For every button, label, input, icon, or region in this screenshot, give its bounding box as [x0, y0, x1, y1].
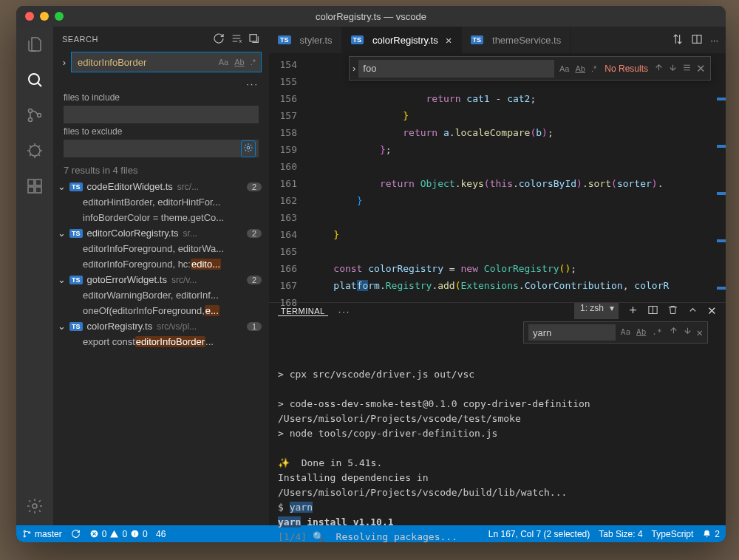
terminal-content[interactable]: Aa Ab .* ✕ > cpx src/vscode/driver.js ou…	[269, 320, 726, 542]
search-result-match[interactable]: editorInfoForeground, hc: edito...	[53, 256, 269, 272]
close-tab-icon[interactable]: ×	[446, 34, 452, 47]
match-case-icon[interactable]: Aa	[217, 56, 231, 68]
svg-rect-6	[28, 187, 34, 193]
svg-point-11	[247, 146, 250, 149]
terminal-find-widget: Aa Ab .* ✕	[523, 321, 708, 344]
use-exclude-settings-icon[interactable]	[241, 140, 256, 157]
svg-point-9	[33, 504, 37, 508]
find-status: No Results	[605, 64, 648, 74]
whole-word-icon[interactable]: Ab	[573, 63, 588, 75]
match-case-icon[interactable]: Aa	[557, 63, 571, 75]
editor-tab[interactable]: TSstyler.ts	[269, 27, 342, 53]
svg-point-15	[24, 536, 25, 537]
split-terminal-icon[interactable]	[647, 304, 658, 318]
explorer-icon[interactable]	[24, 34, 45, 55]
match-case-icon[interactable]: Aa	[619, 324, 633, 341]
prev-match-icon[interactable]	[654, 63, 664, 75]
line-gutter: 1541551561571581591601611621631641651661…	[269, 53, 310, 302]
clear-search-icon[interactable]	[231, 33, 242, 46]
minimap[interactable]	[717, 53, 726, 302]
find-in-selection-icon[interactable]	[682, 63, 692, 75]
svg-rect-8	[35, 180, 41, 185]
search-result-file[interactable]: ⌄TSeditorColorRegistry.tssr...2	[53, 225, 269, 241]
titlebar: colorRegistry.ts — vscode	[16, 6, 726, 27]
search-sidebar: SEARCH › Aa Ab .* ···	[53, 27, 269, 525]
regex-icon[interactable]: .*	[589, 63, 599, 75]
regex-icon[interactable]: .*	[248, 56, 258, 68]
svg-point-14	[24, 530, 25, 532]
editor-find-widget: › Aa Ab .* No Results ✕	[349, 56, 711, 81]
close-find-icon[interactable]: ✕	[696, 62, 706, 75]
editor-tabs: TSstyler.tsTScolorRegistry.ts×TSthemeSer…	[269, 27, 726, 53]
editor-tab[interactable]: TSthemeService.ts	[462, 27, 571, 53]
svg-rect-10	[250, 35, 256, 41]
find-input[interactable]	[358, 60, 554, 78]
vscode-window: colorRegistry.ts — vscode SEARCH	[16, 6, 726, 542]
collapse-results-icon[interactable]	[248, 33, 260, 46]
new-terminal-icon[interactable]	[627, 304, 638, 318]
close-panel-icon[interactable]: ✕	[707, 304, 717, 318]
search-result-file[interactable]: ⌄TScolorRegistry.tssrc/vs/pl...1	[53, 318, 269, 334]
toggle-replace-icon[interactable]: ›	[353, 63, 355, 74]
more-actions-icon[interactable]: ···	[710, 35, 718, 46]
search-results-tree: ⌄TScodeEditorWidget.tssrc/...2editorHint…	[53, 179, 269, 525]
code-content[interactable]: return cat1 - cat2; } return a.localeCom…	[310, 53, 726, 302]
sidebar-heading: SEARCH	[62, 35, 213, 44]
files-include-label: files to include	[64, 92, 259, 103]
settings-gear-icon[interactable]	[24, 496, 45, 516]
close-find-icon[interactable]: ✕	[697, 325, 703, 340]
svg-rect-5	[28, 180, 34, 185]
search-result-match[interactable]: editorInfoForeground, editorWa...	[53, 241, 269, 256]
editor-tab[interactable]: TScolorRegistry.ts×	[342, 27, 462, 53]
sync-item[interactable]	[71, 529, 81, 539]
regex-icon[interactable]: .*	[650, 324, 664, 341]
search-result-match[interactable]: editorWarningBorder, editorInf...	[53, 287, 269, 303]
search-icon[interactable]	[24, 69, 45, 90]
results-summary: 7 results in 4 files	[53, 157, 269, 179]
split-editor-icon[interactable]	[691, 33, 703, 47]
svg-point-1	[29, 109, 33, 113]
problems-item[interactable]: 0 0 i0 46	[89, 529, 166, 539]
whole-word-icon[interactable]: Ab	[634, 324, 648, 341]
search-result-match[interactable]: editorHintBorder, editorHintFor...	[53, 194, 269, 210]
kill-terminal-icon[interactable]	[667, 304, 678, 318]
next-match-icon[interactable]	[668, 63, 678, 75]
git-branch-item[interactable]: master	[22, 529, 62, 539]
search-result-match[interactable]: oneOf(editorInfoForeground, e...	[53, 303, 269, 318]
search-result-file[interactable]: ⌄TSgotoErrorWidget.tssrc/v...2	[53, 272, 269, 287]
editor-body[interactable]: 1541551561571581591601611621631641651661…	[269, 53, 726, 302]
debug-icon[interactable]	[24, 140, 45, 161]
terminal-panel: TERMINAL ··· 1: zsh▾ ✕ Aa	[269, 302, 726, 525]
search-result-match[interactable]: export const editorInfoBorder ...	[53, 334, 269, 349]
extensions-icon[interactable]	[24, 176, 45, 197]
svg-rect-7	[35, 187, 41, 193]
svg-point-4	[30, 146, 40, 156]
terminal-select[interactable]: 1: zsh▾	[574, 303, 619, 319]
source-control-icon[interactable]	[24, 105, 45, 126]
panel-more-icon[interactable]: ···	[338, 306, 351, 317]
files-exclude-label: files to exclude	[64, 126, 259, 137]
search-result-file[interactable]: ⌄TScodeEditorWidget.tssrc/...2	[53, 179, 269, 194]
files-exclude-input[interactable]	[64, 140, 259, 157]
terminal-find-input[interactable]	[528, 324, 616, 341]
search-input-box: Aa Ab .*	[71, 52, 262, 72]
svg-point-0	[29, 74, 39, 84]
next-match-icon[interactable]	[683, 325, 692, 340]
window-title: colorRegistry.ts — vscode	[16, 11, 726, 22]
toggle-replace-icon[interactable]: ›	[58, 57, 71, 68]
search-input[interactable]	[75, 57, 217, 68]
whole-word-icon[interactable]: Ab	[232, 56, 246, 68]
files-include-input[interactable]	[64, 106, 259, 123]
refresh-icon[interactable]	[213, 33, 225, 46]
activity-bar	[16, 27, 53, 525]
editor-area: TSstyler.tsTScolorRegistry.ts×TSthemeSer…	[269, 27, 726, 525]
svg-point-2	[29, 118, 33, 122]
prev-match-icon[interactable]	[669, 325, 678, 340]
compare-icon[interactable]	[672, 33, 684, 47]
search-result-match[interactable]: infoBorderColor = theme.getCo...	[53, 210, 269, 225]
maximize-panel-icon[interactable]	[687, 304, 698, 318]
toggle-search-details-icon[interactable]: ···	[53, 77, 269, 89]
